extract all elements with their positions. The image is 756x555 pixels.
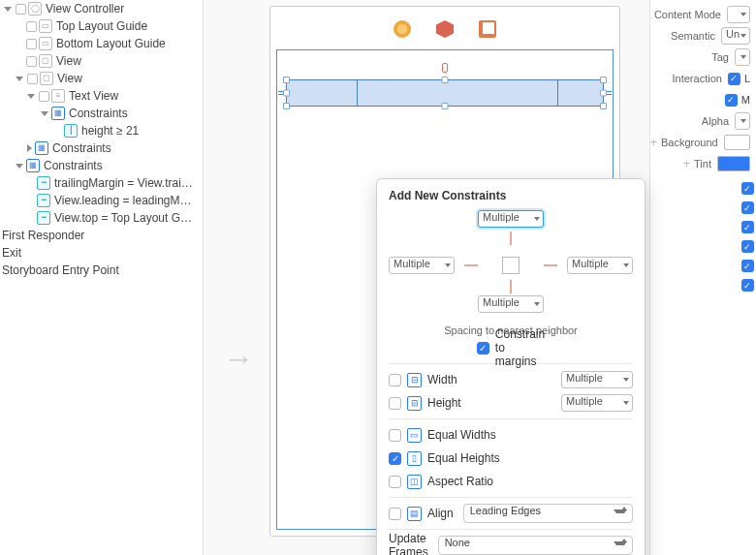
aspect-ratio-icon: ◫ — [407, 475, 422, 489]
view-icon: ▢ — [39, 54, 52, 68]
outline-row[interactable]: ━View.top = Top Layout G… — [0, 209, 203, 227]
outline-row[interactable]: ┃height ≥ 21 — [0, 122, 203, 139]
disclosure-triangle-icon[interactable] — [27, 144, 32, 152]
interaction-checkbox[interactable]: ✓ — [728, 73, 740, 85]
align-select[interactable]: Leading Edges — [463, 504, 633, 523]
visibility-checkbox[interactable] — [26, 56, 37, 67]
content-mode-select[interactable] — [727, 6, 750, 23]
right-spacing-field[interactable]: Multiple — [567, 257, 633, 274]
add-tint-icon[interactable]: + — [683, 157, 690, 170]
spacing-grid: Multiple Multiple Multiple Multiple — [389, 210, 633, 323]
align-icon: ▤ — [407, 507, 422, 521]
popover-title: Add New Constraints — [389, 189, 633, 202]
center-box-icon — [502, 257, 520, 274]
resize-handle[interactable] — [600, 103, 607, 109]
semantic-select[interactable]: Un — [721, 27, 750, 45]
constraint-icon: ┃ — [64, 124, 78, 138]
add-background-icon[interactable]: + — [650, 136, 657, 149]
textview-icon: ≡ — [51, 89, 65, 103]
constraints-group-icon: ▦ — [35, 141, 48, 155]
visibility-checkbox[interactable] — [26, 21, 37, 32]
disclosure-triangle-icon[interactable] — [4, 7, 12, 12]
outline-row[interactable]: ▢View — [0, 70, 203, 87]
height-icon: ⊟ — [407, 396, 422, 411]
outline-row[interactable]: ▭Bottom Layout Guide — [0, 35, 203, 52]
outline-row[interactable]: Storyboard Entry Point — [0, 262, 203, 279]
tag-field[interactable] — [735, 48, 750, 66]
align-checkbox[interactable] — [389, 508, 401, 520]
equal-widths-checkbox[interactable] — [389, 429, 401, 442]
resize-handle[interactable] — [600, 77, 607, 83]
outline-row[interactable]: ━trailingMargin = View.trai… — [0, 174, 203, 192]
visibility-checkbox[interactable] — [39, 91, 49, 102]
width-value-field[interactable]: Multiple — [561, 371, 633, 388]
resize-handle[interactable] — [283, 77, 290, 83]
document-outline[interactable]: ◯View Controller ▭Top Layout Guide ▭Bott… — [0, 0, 204, 555]
canvas[interactable]: → — [204, 0, 649, 555]
outline-row[interactable]: First Responder — [0, 227, 203, 244]
segue-arrow-icon: → — [223, 341, 254, 377]
resize-handle[interactable] — [442, 103, 449, 109]
view-icon: ▢ — [40, 72, 53, 85]
background-color-well[interactable] — [724, 135, 750, 150]
constraint-icon: ━ — [37, 176, 50, 190]
resize-handle[interactable] — [283, 90, 290, 97]
add-constraints-popover: Add New Constraints Multiple Multiple Mu… — [376, 178, 646, 555]
resize-handle[interactable] — [600, 90, 607, 97]
layoutguide-icon: ▭ — [39, 37, 52, 50]
update-frames-select[interactable]: None — [438, 536, 633, 555]
tint-color-well[interactable] — [717, 156, 750, 171]
alpha-field[interactable] — [735, 112, 750, 130]
left-strut-icon[interactable] — [464, 264, 478, 266]
option-checkbox[interactable]: ✓ — [741, 182, 754, 195]
visibility-checkbox[interactable] — [26, 39, 37, 49]
layoutguide-icon: ▭ — [39, 19, 52, 33]
constraint-icon: ━ — [37, 194, 50, 207]
outline-row[interactable]: ▭Top Layout Guide — [0, 17, 203, 35]
constrain-margins-checkbox[interactable]: ✓ — [477, 342, 489, 355]
visibility-checkbox[interactable] — [16, 4, 26, 15]
outline-row[interactable]: ▦Constraints — [0, 139, 203, 157]
equal-heights-checkbox[interactable]: ✓ — [389, 452, 401, 465]
disclosure-triangle-icon[interactable] — [27, 94, 35, 99]
viewcontroller-icon: ◯ — [28, 2, 42, 15]
outline-row[interactable]: Exit — [0, 244, 203, 262]
outline-row[interactable]: ▢View — [0, 52, 203, 70]
bottom-spacing-field[interactable]: Multiple — [478, 295, 544, 313]
outline-row[interactable]: ≡Text View — [0, 87, 203, 105]
selected-text-view[interactable] — [286, 79, 604, 107]
embed-icon[interactable] — [479, 20, 496, 38]
right-strut-icon[interactable] — [544, 264, 557, 266]
outline-row[interactable]: ▦Constraints — [0, 105, 203, 122]
height-checkbox[interactable] — [389, 397, 401, 410]
bottom-strut-icon[interactable] — [510, 280, 512, 293]
aspect-ratio-checkbox[interactable] — [389, 476, 401, 488]
3d-view-icon[interactable] — [436, 20, 454, 38]
visibility-checkbox[interactable] — [27, 74, 38, 84]
disclosure-triangle-icon[interactable] — [41, 111, 48, 116]
disclosure-triangle-icon[interactable] — [16, 164, 23, 169]
height-value-field[interactable]: Multiple — [561, 394, 633, 412]
equal-heights-icon: ▯ — [407, 451, 422, 466]
top-spacing-field[interactable]: Multiple — [478, 210, 544, 228]
outline-row[interactable]: ━View.leading = leadingM… — [0, 192, 203, 209]
outline-row[interactable]: ◯View Controller — [0, 0, 203, 17]
multitouch-checkbox[interactable]: ✓ — [725, 94, 738, 107]
option-checkbox[interactable]: ✓ — [741, 260, 754, 272]
resize-handle[interactable] — [442, 77, 449, 83]
option-checkbox[interactable]: ✓ — [741, 201, 754, 214]
outline-row[interactable]: ▦Constraints — [0, 157, 203, 174]
left-spacing-field[interactable]: Multiple — [389, 257, 455, 274]
disclosure-triangle-icon[interactable] — [16, 77, 23, 81]
object-library-icon[interactable] — [394, 20, 411, 38]
top-strut-icon[interactable] — [510, 231, 512, 245]
width-icon: ⊟ — [407, 373, 422, 387]
option-checkbox[interactable]: ✓ — [741, 279, 754, 292]
option-checkbox[interactable]: ✓ — [741, 221, 754, 233]
constraints-group-icon: ▦ — [51, 107, 65, 120]
equal-widths-icon: ▭ — [407, 428, 422, 443]
width-checkbox[interactable] — [389, 374, 401, 386]
inspector-cutoff-column: ✓ ✓ ✓ ✓ ✓ ✓ — [739, 182, 756, 292]
option-checkbox[interactable]: ✓ — [741, 240, 754, 253]
resize-handle[interactable] — [283, 103, 290, 109]
